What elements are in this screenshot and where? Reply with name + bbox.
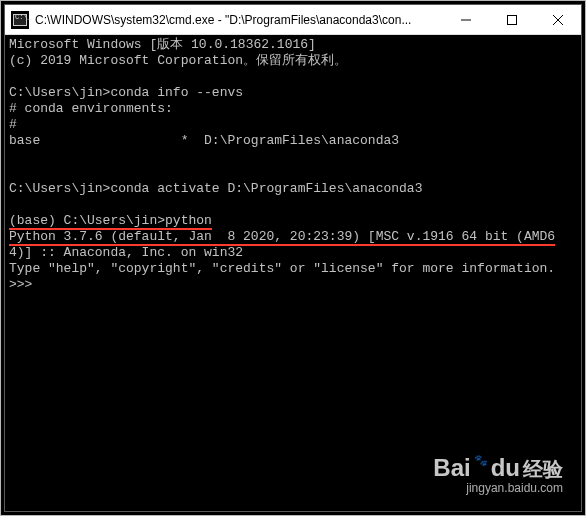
output-line: (c) 2019 Microsoft Corporation。保留所有权利。 [9,53,347,68]
output-line: # conda environments: [9,101,173,116]
close-button[interactable] [535,5,581,34]
brand-cn: 经验 [523,456,563,483]
output-line: 4)] :: Anaconda, Inc. on win32 [9,245,243,260]
minimize-button[interactable] [443,5,489,34]
watermark-url: jingyan.baidu.com [433,481,563,495]
prompt-line: C:\Users\jin>conda activate D:\ProgramFi… [9,181,422,196]
svg-rect-1 [508,15,517,24]
titlebar[interactable]: C:\_ C:\WINDOWS\system32\cmd.exe - "D:\P… [5,5,581,35]
output-line: base * D:\ProgramFiles\anaconda3 [9,133,399,148]
output-line: Type "help", "copyright", "credits" or "… [9,261,555,276]
cmd-window: C:\_ C:\WINDOWS\system32\cmd.exe - "D:\P… [4,4,582,512]
paw-icon: 🐾 [474,454,488,467]
python-prompt: >>> [9,277,32,292]
output-line: Microsoft Windows [版本 10.0.18362.1016] [9,37,316,52]
brand-text: du [491,454,520,482]
highlighted-line: (base) C:\Users\jin>python [9,213,212,230]
cmd-icon-label: C:\_ [13,14,27,26]
window-controls [443,5,581,34]
maximize-button[interactable] [489,5,535,34]
highlighted-line: Python 3.7.6 (default, Jan 8 2020, 20:23… [9,229,555,246]
cmd-icon: C:\_ [11,11,29,29]
watermark: Bai🐾du 经验 jingyan.baidu.com [433,454,563,495]
output-line: # [9,117,17,132]
watermark-brand: Bai🐾du 经验 [433,454,563,483]
prompt-line: C:\Users\jin>conda info --envs [9,85,243,100]
window-title: C:\WINDOWS\system32\cmd.exe - "D:\Progra… [35,13,443,27]
terminal-area[interactable]: Microsoft Windows [版本 10.0.18362.1016] (… [5,35,581,511]
brand-text: Bai [433,454,470,482]
